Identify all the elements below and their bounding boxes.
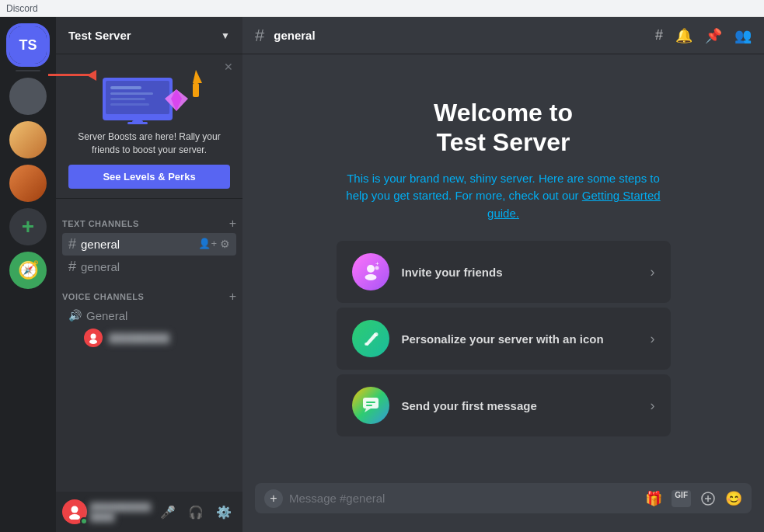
svg-rect-3 bbox=[110, 92, 153, 95]
user-settings-button[interactable]: ⚙️ bbox=[211, 499, 236, 524]
add-server-button[interactable]: + bbox=[9, 208, 47, 245]
server-icon-3[interactable] bbox=[9, 121, 47, 158]
svg-marker-10 bbox=[193, 70, 202, 83]
settings-icon[interactable]: ⚙ bbox=[220, 238, 230, 250]
message-input-wrapper: + 🎁 GIF 😊 bbox=[255, 483, 752, 513]
gif-button[interactable]: GIF bbox=[672, 490, 691, 507]
boost-description: Server Boosts are here! Rally your frien… bbox=[68, 130, 230, 157]
channel-name: general bbox=[81, 238, 120, 251]
svg-point-15 bbox=[69, 514, 80, 520]
text-channels-label: TEXT CHANNELS bbox=[62, 219, 139, 228]
svg-point-14 bbox=[72, 506, 78, 513]
boost-banner: ✕ bbox=[56, 54, 242, 199]
channel-item-voice-general[interactable]: 🔊 General bbox=[62, 306, 236, 325]
notifications-icon[interactable]: 🔔 bbox=[675, 27, 692, 44]
text-channels-category: TEXT CHANNELS + bbox=[56, 205, 242, 233]
close-icon[interactable]: ✕ bbox=[224, 61, 233, 73]
channel-list: TEXT CHANNELS + # general 👤+ ⚙ # general… bbox=[56, 199, 242, 492]
channel-name-2: general bbox=[81, 260, 120, 273]
svg-rect-25 bbox=[366, 405, 372, 406]
channel-header: # general # 🔔 📌 👥 bbox=[242, 17, 764, 54]
server-icon-ts-label: TS bbox=[19, 37, 37, 54]
channel-header-actions: # 🔔 📌 👥 bbox=[655, 27, 752, 44]
personalize-server-card[interactable]: Personalize your server with an icon › bbox=[337, 308, 671, 370]
mute-button[interactable]: 🎤 bbox=[155, 499, 180, 524]
svg-rect-2 bbox=[110, 86, 141, 89]
svg-rect-1 bbox=[106, 81, 169, 114]
welcome-area: Welcome toTest Server This is your brand… bbox=[242, 54, 764, 483]
invite-friends-card[interactable]: + Invite your friends › bbox=[337, 241, 671, 303]
add-attachment-button[interactable]: + bbox=[264, 489, 283, 508]
add-text-channel-button[interactable]: + bbox=[229, 217, 236, 230]
deafen-button[interactable]: 🎧 bbox=[183, 499, 208, 524]
emoji-picker-icon[interactable]: 😊 bbox=[725, 490, 742, 507]
server-header[interactable]: Test Server ▼ bbox=[56, 17, 242, 54]
svg-point-20 bbox=[374, 332, 378, 336]
upload-emoji-icon[interactable] bbox=[700, 490, 716, 507]
pinned-icon[interactable]: 📌 bbox=[705, 27, 722, 44]
svg-rect-5 bbox=[110, 103, 149, 106]
add-member-icon[interactable]: 👤+ bbox=[198, 238, 217, 250]
members-icon[interactable]: 👥 bbox=[734, 27, 752, 44]
svg-rect-7 bbox=[127, 122, 148, 124]
voice-channels-label: VOICE CHANNELS bbox=[62, 292, 144, 301]
see-levels-perks-button[interactable]: See Levels & Perks bbox=[68, 165, 230, 189]
voice-user-name: ██████████ bbox=[109, 333, 169, 342]
svg-point-16 bbox=[367, 265, 375, 273]
hash-icon: # bbox=[68, 236, 76, 252]
svg-point-12 bbox=[91, 333, 96, 339]
server-name: Test Server bbox=[68, 29, 131, 42]
invite-friends-icon: + bbox=[352, 253, 389, 290]
send-first-message-card[interactable]: Send your first message › bbox=[337, 374, 671, 436]
send-first-message-icon bbox=[352, 387, 389, 424]
svg-text:+: + bbox=[375, 262, 379, 267]
personalize-server-arrow: › bbox=[651, 331, 655, 347]
voice-channels-category: VOICE CHANNELS + bbox=[56, 278, 242, 306]
app-title: Discord bbox=[6, 3, 38, 14]
voice-user-item[interactable]: ██████████ bbox=[56, 325, 242, 350]
user-bar-info: ██████████ ████ bbox=[90, 502, 152, 521]
message-input-area: + 🎁 GIF 😊 bbox=[242, 483, 764, 532]
voice-user-avatar bbox=[84, 329, 103, 347]
add-voice-channel-button[interactable]: + bbox=[229, 290, 236, 303]
send-first-message-label: Send your first message bbox=[402, 399, 638, 412]
send-first-message-arrow: › bbox=[651, 398, 655, 414]
server-icon-ts[interactable]: TS bbox=[9, 26, 47, 64]
channel-item-general-2[interactable]: # general bbox=[62, 256, 236, 278]
svg-point-17 bbox=[365, 274, 376, 280]
svg-rect-24 bbox=[366, 402, 375, 403]
getting-started-link[interactable]: Getting Started guide. bbox=[487, 189, 661, 220]
channel-sidebar: Test Server ▼ ✕ bbox=[56, 17, 242, 532]
action-cards: + Invite your friends › Personaliz bbox=[337, 241, 671, 440]
user-display-name: ██████████ bbox=[90, 502, 152, 512]
channel-header-hash-icon: # bbox=[255, 26, 264, 46]
server-list: TS + 🧭 bbox=[0, 17, 56, 532]
svg-point-13 bbox=[89, 339, 97, 344]
hash-icon-2: # bbox=[68, 259, 76, 275]
welcome-subtitle: This is your brand new, shiny server. He… bbox=[340, 170, 667, 223]
discover-button[interactable]: 🧭 bbox=[9, 252, 47, 289]
user-tag: ████ bbox=[90, 512, 152, 521]
channel-actions: 👤+ ⚙ bbox=[198, 238, 230, 250]
voice-channel-name: General bbox=[86, 309, 127, 322]
channel-header-name: general bbox=[274, 29, 315, 42]
threads-icon[interactable]: # bbox=[655, 27, 663, 44]
channel-item-general-active[interactable]: # general 👤+ ⚙ bbox=[62, 233, 236, 256]
invite-friends-label: Invite your friends bbox=[402, 266, 638, 279]
server-icon-2[interactable] bbox=[9, 78, 47, 115]
message-input-actions: 🎁 GIF 😊 bbox=[645, 490, 742, 507]
server-divider bbox=[16, 70, 40, 71]
invite-friends-arrow: › bbox=[651, 264, 655, 280]
svg-rect-11 bbox=[193, 83, 199, 97]
message-text-input[interactable] bbox=[289, 483, 639, 513]
user-avatar bbox=[62, 499, 87, 524]
svg-point-21 bbox=[365, 342, 368, 346]
user-bar: ██████████ ████ 🎤 🎧 ⚙️ bbox=[56, 492, 242, 532]
chevron-down-icon: ▼ bbox=[221, 30, 230, 41]
welcome-title: Welcome toTest Server bbox=[434, 98, 573, 158]
boost-illustration bbox=[68, 64, 230, 126]
speaker-icon: 🔊 bbox=[68, 309, 82, 322]
gift-icon[interactable]: 🎁 bbox=[645, 490, 662, 507]
main-content: # general # 🔔 📌 👥 Welcome toTest Server … bbox=[242, 17, 764, 532]
server-icon-4[interactable] bbox=[9, 165, 47, 202]
